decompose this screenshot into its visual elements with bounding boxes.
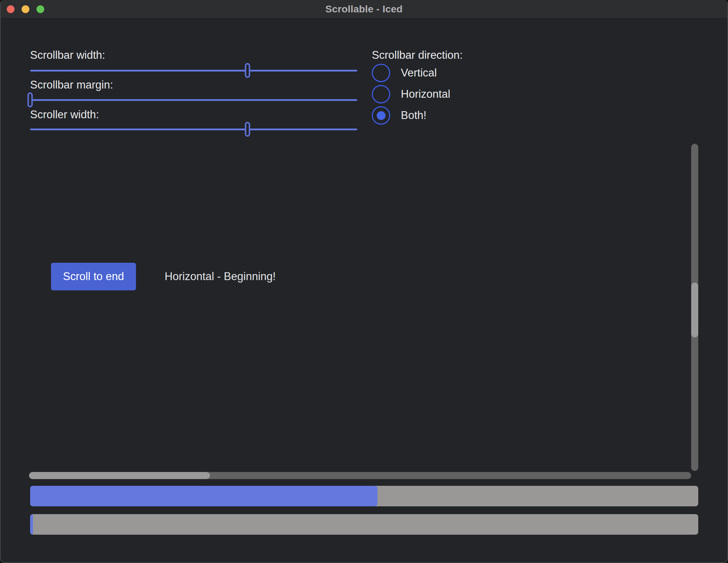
slider-handle[interactable]	[245, 63, 250, 78]
radio-dot	[377, 111, 386, 120]
horizontal-progress-fill	[30, 486, 377, 506]
radio-vertical[interactable]: Vertical	[372, 64, 437, 82]
vertical-progress-bar	[30, 514, 698, 535]
traffic-lights	[7, 5, 44, 13]
scroller-width-label: Scroller width:	[30, 108, 99, 122]
radio-circle-icon[interactable]	[372, 85, 390, 103]
scrollbar-width-label: Scrollbar width:	[30, 48, 105, 62]
horizontal-scrollbar-thumb[interactable]	[29, 472, 210, 479]
radio-horizontal-label: Horizontal	[401, 88, 450, 101]
scroll-to-end-button[interactable]: Scroll to end	[51, 263, 136, 290]
radio-both[interactable]: Both!	[372, 106, 426, 125]
vertical-scrollbar-thumb[interactable]	[691, 283, 698, 337]
scrollbar-direction-label: Scrollbar direction:	[372, 48, 463, 62]
radio-both-label: Both!	[401, 109, 426, 122]
radio-circle-icon[interactable]	[372, 64, 390, 82]
scrollbar-margin-slider[interactable]	[30, 92, 357, 108]
scroll-status-text: Horizontal - Beginning!	[165, 263, 276, 290]
vertical-progress-fill	[30, 514, 33, 535]
scrollbar-margin-label: Scrollbar margin:	[30, 78, 113, 92]
horizontal-progress-bar	[30, 486, 698, 506]
slider-rail[interactable]	[30, 70, 357, 72]
slider-rail[interactable]	[30, 129, 357, 130]
close-button[interactable]	[7, 5, 15, 13]
radio-horizontal[interactable]: Horizontal	[372, 85, 450, 103]
window-title: Scrollable - Iced	[325, 4, 403, 15]
scroller-width-slider[interactable]	[30, 122, 357, 137]
minimize-button[interactable]	[22, 5, 29, 13]
titlebar: Scrollable - Iced	[1, 0, 727, 18]
zoom-button[interactable]	[36, 5, 44, 13]
horizontal-scrollbar[interactable]	[29, 472, 691, 479]
vertical-scrollbar[interactable]	[691, 144, 698, 471]
slider-rail[interactable]	[30, 99, 357, 101]
radio-vertical-label: Vertical	[401, 67, 437, 79]
scrollbar-width-slider[interactable]	[30, 63, 357, 79]
slider-handle[interactable]	[28, 92, 33, 107]
app-window: Scrollable - Iced Scrollbar width: Scrol…	[0, 0, 728, 563]
radio-circle-icon[interactable]	[372, 106, 390, 125]
slider-handle[interactable]	[245, 122, 250, 137]
